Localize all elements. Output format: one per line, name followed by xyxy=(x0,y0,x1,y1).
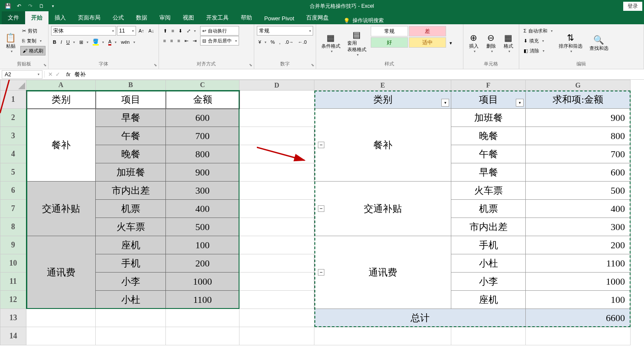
cell-B14[interactable] xyxy=(96,327,166,345)
accounting-format-button[interactable]: ¥▾ xyxy=(257,37,268,47)
select-all-cell[interactable] xyxy=(0,80,26,91)
cell-C5[interactable]: 900 xyxy=(166,163,239,182)
cell-B9[interactable]: 座机 xyxy=(96,236,166,254)
cell-G6[interactable]: 500 xyxy=(526,182,631,200)
cell-E6[interactable]: 交通补贴− xyxy=(314,182,451,236)
format-as-table-button[interactable]: ▤套用 表格格式▾ xyxy=(345,26,369,60)
insert-cells-button[interactable]: ⊕插入▾ xyxy=(466,26,482,60)
align-left-button[interactable]: ≡ xyxy=(162,36,168,45)
cell-A6[interactable]: 交通补贴 xyxy=(26,182,96,236)
cell-C13[interactable] xyxy=(166,309,239,327)
cancel-edit-button[interactable]: ✕ xyxy=(48,71,53,78)
cell-F10[interactable]: 小杜 xyxy=(451,254,526,273)
cell-C9[interactable]: 100 xyxy=(166,236,239,254)
merge-center-button[interactable]: ⊟合并后居中▾ xyxy=(200,36,239,45)
decrease-font-button[interactable]: A↓ xyxy=(147,26,156,36)
spreadsheet-grid[interactable]: ABCDEFG1类别项目金额类别▾项目▾求和项:金额2餐补早餐600餐补−加班餐… xyxy=(0,80,644,354)
cell-F7[interactable]: 机票 xyxy=(451,200,526,218)
row-header-10[interactable]: 10 xyxy=(0,254,26,273)
fx-icon[interactable]: fx xyxy=(64,71,73,78)
row-header-1[interactable]: 1 xyxy=(0,91,26,109)
phonetic-button[interactable]: wén▾ xyxy=(119,37,136,47)
cell-B2[interactable]: 早餐 xyxy=(96,109,166,127)
tab-baidu[interactable]: 百度网盘 xyxy=(300,11,335,24)
tab-powerpivot[interactable]: Power Pivot xyxy=(258,13,300,24)
name-box[interactable]: A2▾ xyxy=(2,70,42,79)
cell-B6[interactable]: 市内出差 xyxy=(96,182,166,200)
cell-A14[interactable] xyxy=(26,327,96,345)
cell-C6[interactable]: 300 xyxy=(166,182,239,200)
cell-C14[interactable] xyxy=(166,327,239,345)
clear-button[interactable]: ◧清除▾ xyxy=(522,46,554,55)
increase-decimal-button[interactable]: .0→ xyxy=(283,37,295,47)
cell-B4[interactable]: 晚餐 xyxy=(96,145,166,163)
cell-E14[interactable] xyxy=(314,327,451,345)
qat-customize[interactable]: ▾ xyxy=(48,1,58,11)
cell-F5[interactable]: 早餐 xyxy=(451,163,526,182)
cell-D6[interactable] xyxy=(239,182,314,200)
cell-F1[interactable]: 项目▾ xyxy=(451,91,526,109)
font-name-select[interactable]: 宋体▾ xyxy=(51,26,116,36)
cell-F9[interactable]: 手机 xyxy=(451,236,526,254)
delete-cells-button[interactable]: ⊖删除▾ xyxy=(483,26,499,60)
align-middle-button[interactable]: ≡ xyxy=(170,26,176,36)
row-header-8[interactable]: 8 xyxy=(0,218,26,236)
cell-G11[interactable]: 1000 xyxy=(526,273,631,291)
pivot-filter-category[interactable]: ▾ xyxy=(441,99,449,107)
increase-font-button[interactable]: A↑ xyxy=(137,26,146,36)
touch-mode-button[interactable]: 🗋 xyxy=(36,1,47,11)
row-header-6[interactable]: 6 xyxy=(0,182,26,200)
cell-E9[interactable]: 通讯费− xyxy=(314,236,451,309)
find-select-button[interactable]: 🔍查找和选 xyxy=(587,26,611,60)
wrap-text-button[interactable]: ↩自动换行 xyxy=(200,26,239,36)
tell-me-search[interactable]: 💡 操作说明搜索 xyxy=(343,17,384,24)
tab-help[interactable]: 帮助 xyxy=(235,11,258,24)
column-header-G[interactable]: G xyxy=(526,80,631,91)
align-launcher[interactable]: ⬊ xyxy=(249,63,252,67)
font-color-button[interactable]: A▾ xyxy=(107,37,118,47)
row-header-11[interactable]: 11 xyxy=(0,273,26,291)
cell-A13[interactable] xyxy=(26,309,96,327)
cell-A9[interactable]: 通讯费 xyxy=(26,236,96,309)
clipboard-launcher[interactable]: ⬊ xyxy=(43,63,47,67)
underline-button[interactable]: U▾ xyxy=(65,37,77,47)
tab-dev[interactable]: 开发工具 xyxy=(200,11,235,24)
comma-format-button[interactable]: , xyxy=(278,37,282,47)
fill-button[interactable]: ⬇填充▾ xyxy=(522,36,554,45)
cell-G8[interactable]: 300 xyxy=(526,218,631,236)
row-header-4[interactable]: 4 xyxy=(0,145,26,163)
cell-C3[interactable]: 700 xyxy=(166,127,239,145)
align-center-button[interactable]: ≡ xyxy=(168,36,175,45)
cell-G7[interactable]: 400 xyxy=(526,200,631,218)
cell-D2[interactable] xyxy=(239,109,314,127)
orientation-button[interactable]: ⤢▾ xyxy=(185,26,197,36)
tab-view[interactable]: 视图 xyxy=(177,11,200,24)
cell-D9[interactable] xyxy=(239,236,314,254)
conditional-format-button[interactable]: ▦条件格式▾ xyxy=(319,26,343,60)
style-good[interactable]: 好 xyxy=(371,37,408,48)
column-header-A[interactable]: A xyxy=(26,80,96,91)
pivot-collapse-button[interactable]: − xyxy=(318,142,324,148)
cell-C4[interactable]: 800 xyxy=(166,145,239,163)
confirm-edit-button[interactable]: ✓ xyxy=(55,71,60,78)
row-header-2[interactable]: 2 xyxy=(0,109,26,127)
login-button[interactable]: 登录 xyxy=(623,2,642,11)
style-bad[interactable]: 差 xyxy=(409,26,446,36)
styles-more-button[interactable]: ▾ xyxy=(448,38,454,48)
style-normal[interactable]: 常规 xyxy=(371,26,408,36)
pivot-collapse-button[interactable]: − xyxy=(318,269,324,276)
cell-C12[interactable]: 1100 xyxy=(166,291,239,309)
style-neutral[interactable]: 适中 xyxy=(409,37,446,48)
cell-A2[interactable]: 餐补 xyxy=(26,109,96,182)
cell-B7[interactable]: 机票 xyxy=(96,200,166,218)
cell-G14[interactable] xyxy=(526,327,631,345)
cell-C7[interactable]: 400 xyxy=(166,200,239,218)
cell-D5[interactable] xyxy=(239,163,314,182)
cell-C11[interactable]: 1000 xyxy=(166,273,239,291)
column-header-C[interactable]: C xyxy=(166,80,239,91)
cell-B8[interactable]: 火车票 xyxy=(96,218,166,236)
column-header-E[interactable]: E xyxy=(314,80,451,91)
format-cells-button[interactable]: ▦格式▾ xyxy=(501,26,516,60)
cell-B5[interactable]: 加班餐 xyxy=(96,163,166,182)
cell-B3[interactable]: 午餐 xyxy=(96,127,166,145)
